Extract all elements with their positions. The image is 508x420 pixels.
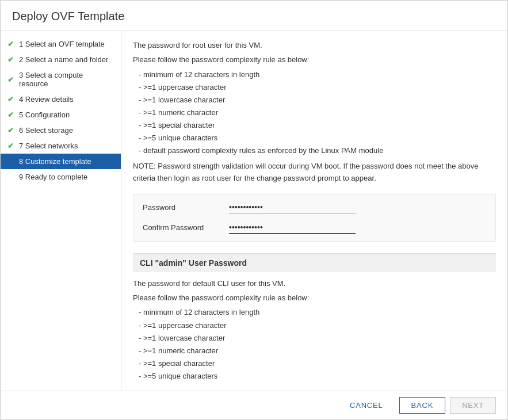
sidebar-item-3[interactable]: ✔3 Select a compute resource <box>1 67 121 91</box>
sidebar-item-7[interactable]: ✔7 Select networks <box>1 138 121 154</box>
sidebar-item-5[interactable]: ✔5 Configuration <box>1 107 121 123</box>
dialog-title: Deploy OVF Template <box>1 1 507 30</box>
cli-rule-item: - >=1 special character <box>139 357 496 370</box>
cli-rule-item: - >=1 numeric character <box>139 345 496 357</box>
cancel-button[interactable]: CANCEL <box>338 398 395 413</box>
sidebar-item-label-7: 7 Select networks <box>19 142 78 150</box>
cli-rule-item: - >=1 lowercase character <box>139 332 496 345</box>
sidebar-item-label-5: 5 Configuration <box>19 110 70 119</box>
cli-intro-line1: The password for default CLI user for th… <box>133 278 496 290</box>
confirm-password-row: Confirm Password <box>143 222 486 234</box>
confirm-password-input[interactable] <box>229 222 356 234</box>
sidebar-item-label-1: 1 Select an OVF template <box>19 40 105 48</box>
confirm-password-label: Confirm Password <box>143 223 229 232</box>
password-rules-list: - minimum of 12 characters in length- >=… <box>139 68 496 158</box>
rule-item: - >=1 uppercase character <box>139 81 496 94</box>
deploy-ovf-dialog: Deploy OVF Template ✔1 Select an OVF tem… <box>0 0 508 420</box>
cli-rule-item: - minimum of 12 characters in length <box>139 306 496 319</box>
sidebar-item-label-9: 9 Ready to complete <box>19 173 87 181</box>
sidebar-item-1[interactable]: ✔1 Select an OVF template <box>1 36 121 52</box>
cli-rule-item: - >=5 unique characters <box>139 370 496 383</box>
sidebar-item-8[interactable]: 8 Customize template <box>1 154 121 169</box>
intro-line2: Please follow the password complexity ru… <box>133 54 496 66</box>
root-password-form: Password Confirm Password <box>133 194 496 242</box>
sidebar-item-4[interactable]: ✔4 Review details <box>1 91 121 107</box>
cli-rules-list: - minimum of 12 characters in length- >=… <box>139 306 496 383</box>
rule-item: - >=1 lowercase character <box>139 94 496 106</box>
dialog-footer: CANCEL BACK NEXT <box>1 391 507 419</box>
sidebar-item-6[interactable]: ✔6 Select storage <box>1 123 121 138</box>
password-input[interactable] <box>229 201 356 213</box>
password-row: Password <box>143 201 486 213</box>
sidebar-item-label-4: 4 Review details <box>19 95 74 104</box>
cli-section-header: CLI "admin" User Password <box>133 253 496 272</box>
sidebar-item-label-6: 6 Select storage <box>19 126 73 135</box>
sidebar-item-label-2: 2 Select a name and folder <box>19 55 108 64</box>
dialog-body: ✔1 Select an OVF template✔2 Select a nam… <box>1 30 507 391</box>
content-scroll[interactable]: The password for root user for this VM. … <box>121 30 507 391</box>
rule-item: - >=5 unique characters <box>139 132 496 144</box>
intro-line1: The password for root user for this VM. <box>133 40 496 52</box>
sidebar-item-label-8: 8 Customize template <box>19 157 91 166</box>
rule-item: - >=1 special character <box>139 119 496 132</box>
cli-rule-item: - >=1 uppercase character <box>139 319 496 332</box>
sidebar-item-9: 9 Ready to complete <box>1 169 121 185</box>
rule-item: - default password complexity rules as e… <box>139 144 496 157</box>
back-button[interactable]: BACK <box>399 397 446 414</box>
cli-intro-line2: Please follow the password complexity ru… <box>133 292 496 304</box>
sidebar: ✔1 Select an OVF template✔2 Select a nam… <box>1 30 121 391</box>
sidebar-item-2[interactable]: ✔2 Select a name and folder <box>1 52 121 67</box>
next-button[interactable]: NEXT <box>450 397 496 414</box>
rule-item: - minimum of 12 characters in length <box>139 68 496 81</box>
rule-item: - >=1 numeric character <box>139 106 496 119</box>
sidebar-item-label-3: 3 Select a compute resource <box>19 71 114 88</box>
main-content: The password for root user for this VM. … <box>121 30 507 391</box>
password-label: Password <box>143 203 229 212</box>
password-note: NOTE: Password strength validation will … <box>133 161 496 185</box>
